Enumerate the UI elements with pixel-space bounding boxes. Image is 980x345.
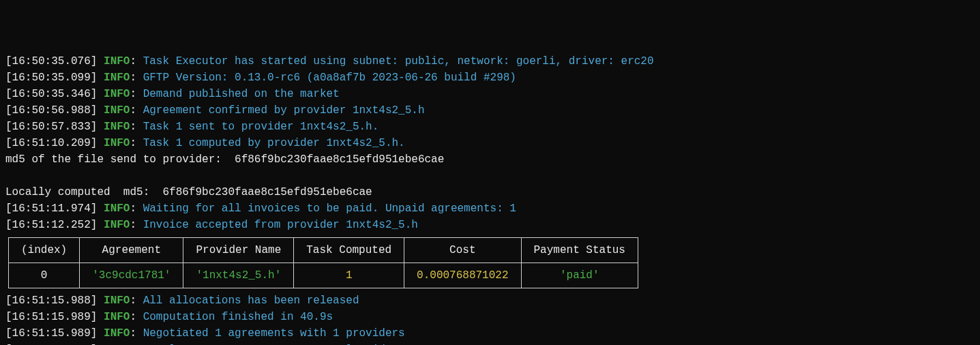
log-line: [16:50:57.833] INFO: Task 1 sent to prov… — [5, 119, 975, 135]
colon: : — [130, 327, 143, 340]
colon: : — [130, 72, 143, 84]
cell-agreement: '3c9cdc1781' — [80, 263, 183, 288]
table-header-cell: Task Computed — [294, 238, 404, 263]
log-line: [16:51:15.988] INFO: All allocations has… — [5, 292, 975, 309]
timestamp: [16:51:10.209] — [5, 137, 104, 149]
terminal-output: [16:50:35.076] INFO: Task Executor has s… — [5, 53, 975, 345]
log-line: [16:51:10.209] INFO: Task 1 computed by … — [5, 135, 975, 151]
timestamp: [16:50:35.346] — [5, 88, 104, 100]
log-message: GFTP Version: 0.13.0-rc6 (a0a8af7b 2023-… — [143, 72, 516, 84]
timestamp: [16:51:11.974] — [5, 202, 104, 215]
timestamp: [16:50:35.076] — [5, 55, 104, 68]
log-message: Task 1 sent to provider 1nxt4s2_5.h. — [143, 121, 379, 133]
timestamp: [16:50:35.099] — [5, 72, 104, 84]
md5-local-line: Locally computed md5: 6f86f9bc230faae8c1… — [5, 184, 975, 200]
cell-provider: '1nxt4s2_5.h' — [183, 263, 294, 288]
colon: : — [130, 202, 143, 215]
timestamp: [16:51:15.989] — [5, 327, 104, 340]
log-level-info: INFO — [104, 121, 130, 133]
table-row: 0'3c9cdc1781''1nxt4s2_5.h'10.00076887102… — [9, 263, 638, 288]
log-level-info: INFO — [104, 137, 130, 149]
log-level-info: INFO — [104, 202, 130, 215]
log-level-info: INFO — [104, 72, 130, 84]
cell-task-computed: 1 — [294, 263, 404, 288]
timestamp: [16:51:12.252] — [5, 219, 104, 231]
summary-table: (index)AgreementProvider NameTask Comput… — [8, 237, 638, 288]
colon: : — [130, 295, 143, 307]
blank-line — [5, 168, 975, 184]
timestamp: [16:50:56.988] — [5, 104, 104, 117]
log-line: [16:50:35.099] INFO: GFTP Version: 0.13.… — [5, 70, 975, 86]
colon: : — [130, 88, 143, 100]
log-message: Negotiated 1 agreements with 1 providers — [143, 327, 405, 340]
log-level-info: INFO — [104, 219, 130, 231]
log-message: Waiting for all invoices to be paid. Unp… — [143, 202, 516, 215]
log-line: [16:50:56.988] INFO: Agreement confirmed… — [5, 102, 975, 119]
log-message: Invoice accepted from provider 1nxt4s2_5… — [143, 219, 418, 231]
log-message: Task 1 computed by provider 1nxt4s2_5.h. — [143, 137, 405, 149]
log-message: Demand published on the market — [143, 88, 340, 100]
cell-index: 0 — [9, 263, 80, 288]
table-header-cell: Cost — [404, 238, 521, 263]
log-message: Computation finished in 40.9s — [143, 311, 333, 323]
log-line: [16:51:15.989] INFO: Negotiated 1 agreem… — [5, 325, 975, 342]
log-level-info: INFO — [104, 55, 130, 68]
cell-payment-status: 'paid' — [521, 263, 638, 288]
log-level-info: INFO — [104, 104, 130, 117]
log-line: [16:51:15.989] INFO: Computation finishe… — [5, 309, 975, 325]
timestamp: [16:50:57.833] — [5, 121, 104, 133]
log-line: [16:50:35.076] INFO: Task Executor has s… — [5, 53, 975, 70]
colon: : — [130, 137, 143, 149]
log-message: Agreement confirmed by provider 1nxt4s2_… — [143, 104, 425, 117]
colon: : — [130, 55, 143, 68]
colon: : — [130, 311, 143, 323]
md5-sent-line: md5 of the file send to provider: 6f86f9… — [5, 151, 975, 168]
log-level-info: INFO — [104, 327, 130, 340]
table-header-cell: Provider Name — [183, 238, 294, 263]
log-message: Task Executor has started using subnet: … — [143, 55, 654, 68]
log-level-info: INFO — [104, 88, 130, 100]
log-message: All allocations has been released — [143, 295, 359, 307]
log-level-info: INFO — [104, 311, 130, 323]
table-header-cell: Payment Status — [521, 238, 638, 263]
timestamp: [16:51:15.988] — [5, 295, 104, 307]
colon: : — [130, 104, 143, 117]
table-header-cell: (index) — [9, 238, 80, 263]
log-level-info: INFO — [104, 295, 130, 307]
log-line: [16:51:12.252] INFO: Invoice accepted fr… — [5, 217, 975, 233]
cell-cost: 0.000768871022 — [404, 263, 521, 288]
colon: : — [130, 121, 143, 133]
log-line: [16:51:15.991] INFO: Total Cost: 0.00076… — [5, 342, 975, 345]
log-line: [16:51:11.974] INFO: Waiting for all inv… — [5, 200, 975, 217]
timestamp: [16:51:15.989] — [5, 311, 104, 323]
table-header-row: (index)AgreementProvider NameTask Comput… — [9, 238, 638, 263]
table-header-cell: Agreement — [80, 238, 183, 263]
colon: : — [130, 219, 143, 231]
log-line: [16:50:35.346] INFO: Demand published on… — [5, 86, 975, 102]
